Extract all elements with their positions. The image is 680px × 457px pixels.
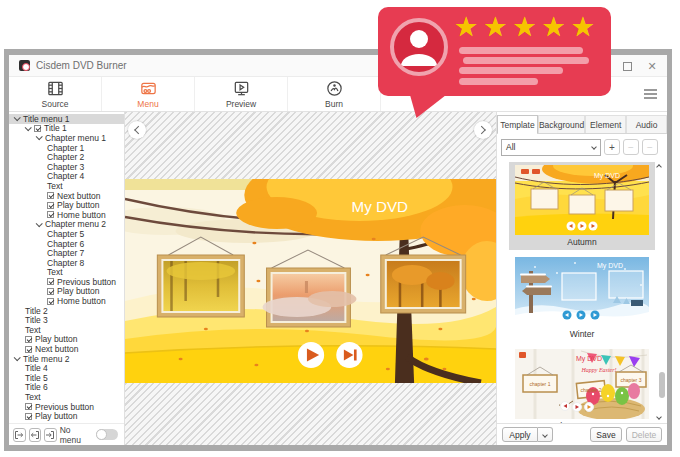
checkbox-checked[interactable]: [25, 413, 32, 420]
prev-menu-page-button[interactable]: [128, 121, 146, 139]
template-card-chapter-menu[interactable]: My DVD Happy Easter! chapter 1 chapter 2…: [509, 346, 655, 423]
tree-item[interactable]: Chapter 7: [9, 248, 124, 258]
checkbox-checked[interactable]: [47, 202, 54, 209]
tree-item[interactable]: Text: [9, 181, 124, 191]
five-star-rating: ★★★★★: [454, 11, 600, 43]
tree-item[interactable]: Next button: [9, 191, 124, 201]
template-filter-select[interactable]: All: [501, 139, 601, 156]
tree-item-label: Play button: [35, 334, 78, 344]
menu-preview-canvas[interactable]: My DVD: [125, 112, 496, 445]
tree-item[interactable]: Chapter 2: [9, 152, 124, 162]
apply-dropdown-button[interactable]: [538, 427, 553, 442]
tree-item[interactable]: Chapter 4: [9, 172, 124, 182]
tree-item[interactable]: Title menu 1: [9, 114, 124, 124]
autumn-menu-scene[interactable]: My DVD: [125, 179, 496, 383]
checkbox-checked[interactable]: [25, 403, 32, 410]
tree-item[interactable]: Chapter 6: [9, 239, 124, 249]
tree-item-label: Chapter 7: [47, 248, 84, 258]
no-menu-toggle[interactable]: [96, 429, 118, 440]
checkbox-checked[interactable]: [47, 192, 54, 199]
checkbox-checked[interactable]: [34, 125, 41, 132]
tree-item[interactable]: Title 3: [9, 315, 124, 325]
tree-item[interactable]: Previous button: [9, 402, 124, 412]
tree-item[interactable]: Title 2: [9, 306, 124, 316]
checkbox-checked[interactable]: [47, 288, 54, 295]
checkbox-checked[interactable]: [25, 336, 32, 343]
template-panel-footer: Apply Save Delete: [497, 423, 667, 445]
scene-next-button[interactable]: [336, 342, 362, 368]
review-text-line: [459, 67, 563, 74]
tree-item[interactable]: Chapter 3: [9, 162, 124, 172]
toolbar-burn-button[interactable]: Burn: [288, 77, 381, 111]
remove-template-button[interactable]: −: [623, 139, 639, 155]
tree-item[interactable]: Play button: [9, 200, 124, 210]
tree-item[interactable]: Chapter 1: [9, 143, 124, 153]
template-card-autumn[interactable]: My DVD Autumn: [509, 162, 655, 250]
move-out-button[interactable]: [13, 428, 26, 442]
tree-item[interactable]: Text: [9, 268, 124, 278]
tree-item-label: Chapter 4: [47, 171, 84, 181]
close-icon[interactable]: ✕: [647, 61, 657, 71]
scroll-down-icon[interactable]: [655, 413, 663, 421]
toolbar-preview-button[interactable]: Preview: [195, 77, 288, 111]
template-controls: All + − −: [497, 134, 667, 160]
save-button[interactable]: Save: [590, 427, 622, 442]
expander-chevron-icon[interactable]: [14, 354, 21, 361]
tree-item[interactable]: Text: [9, 325, 124, 335]
tree-item[interactable]: Title 6: [9, 383, 124, 393]
tree-item[interactable]: Home button: [9, 296, 124, 306]
tab-template[interactable]: Template: [497, 115, 538, 133]
tree-item[interactable]: Chapter menu 1: [9, 133, 124, 143]
tree-item[interactable]: Home button: [9, 210, 124, 220]
tree-item[interactable]: Next button: [9, 344, 124, 354]
tree-item[interactable]: Chapter 8: [9, 258, 124, 268]
tree-item-label: Previous button: [57, 277, 116, 287]
checkbox-checked[interactable]: [47, 278, 54, 285]
tree-item[interactable]: Title 4: [9, 363, 124, 373]
toggle-knob: [96, 429, 107, 440]
toolbar-menu-button[interactable]: Menu: [102, 77, 195, 111]
tree-item[interactable]: Previous button: [9, 277, 124, 287]
next-menu-page-button[interactable]: [474, 121, 492, 139]
tree-item-label: Chapter 1: [47, 143, 84, 153]
move-in-button[interactable]: [44, 428, 57, 442]
expander-chevron-icon[interactable]: [14, 115, 21, 122]
move-back-button[interactable]: [29, 428, 42, 442]
expander-chevron-icon[interactable]: [36, 220, 43, 227]
tree-item[interactable]: Text: [9, 392, 124, 402]
photo-frame-2[interactable]: [262, 268, 356, 327]
tree-item[interactable]: Play button: [9, 335, 124, 345]
expander-chevron-icon[interactable]: [36, 134, 43, 141]
checkbox-checked[interactable]: [25, 346, 32, 353]
tab-element[interactable]: Element: [585, 115, 626, 133]
tree-item[interactable]: Chapter 5: [9, 229, 124, 239]
hamburger-menu-icon[interactable]: [644, 89, 657, 100]
scrollbar-thumb[interactable]: [659, 372, 665, 398]
toolbar-source-button[interactable]: Source: [9, 77, 102, 111]
tree-item[interactable]: Chapter menu 2: [9, 220, 124, 230]
photo-frame-1[interactable]: [157, 255, 244, 317]
tree-item[interactable]: Title menu 2: [9, 354, 124, 364]
scene-play-button[interactable]: [298, 342, 324, 368]
template-card-winter[interactable]: My DVD Winter: [509, 254, 655, 342]
delete-button[interactable]: Delete: [626, 427, 662, 442]
apply-button[interactable]: Apply: [502, 427, 538, 442]
checkbox-checked[interactable]: [47, 298, 54, 305]
checkbox-checked[interactable]: [47, 211, 54, 218]
tree-item[interactable]: Play button: [9, 287, 124, 297]
expander-chevron-icon[interactable]: [25, 124, 32, 131]
tree-item[interactable]: Title 5: [9, 373, 124, 383]
app-window: Cisdem DVD Burner ✕ Source: [9, 55, 667, 445]
tree-item[interactable]: Title 1: [9, 124, 124, 134]
menu-title-text[interactable]: My DVD: [352, 198, 409, 215]
chapter-frame-label: chapter 2: [581, 387, 602, 393]
tab-background[interactable]: Background: [538, 115, 585, 133]
tree-item-label: Title 1: [44, 123, 67, 133]
scroll-up-icon[interactable]: [655, 163, 663, 171]
add-template-button[interactable]: +: [604, 139, 620, 155]
photo-frame-3[interactable]: [381, 255, 466, 313]
tree-item[interactable]: Play button: [9, 411, 124, 421]
tab-audio[interactable]: Audio: [626, 115, 667, 133]
maximize-icon[interactable]: [622, 61, 632, 71]
edit-template-button[interactable]: −: [642, 139, 658, 155]
